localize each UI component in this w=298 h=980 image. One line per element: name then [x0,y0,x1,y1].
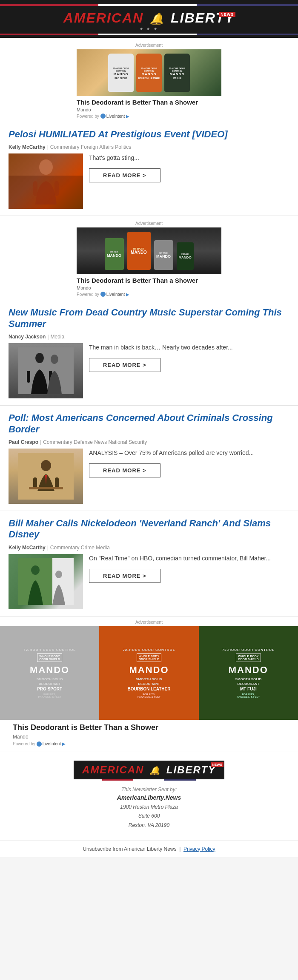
logo-bell-icon: 🔔 [150,12,164,25]
large-ad-source: Mando [0,733,298,741]
liveintent-logo-2: LiveIntent [100,292,125,297]
lmc-desc-1b: DEODORANT [39,682,61,686]
svg-point-16 [31,565,40,575]
lmc-control-1: 72-HOUR ODOR CONTROL [23,648,76,652]
read-more-button-3[interactable]: READ MORE > [89,463,160,477]
svg-rect-5 [27,371,30,383]
article-thumb-4 [9,554,83,609]
liveintent-logo-3: LiveIntent [37,741,61,747]
article-title-4[interactable]: Bill Maher Calls Nickelodeon 'Neverland … [9,518,289,540]
flag-bar-bottom [0,34,298,35]
article-block-3: Poll: Most Americans Concerned About Cri… [0,406,298,511]
page-wrapper: AMERICAN 🔔 LIBERTY NEWS ★ ★ ★ Advertisem… [0,0,298,857]
ad-image-container-2[interactable]: MT PRO MANDO MT SPORT MANDO MT FUJI MAND… [0,227,298,274]
ad-label-2: Advertisement [0,219,298,227]
large-ad-powered: Powered by LiveIntent ▶ [0,741,298,750]
large-mando-can-orange: 72-HOUR ODOR CONTROL WHOLE BODYODOR SHIE… [99,626,198,720]
liveintent-icon-1 [100,114,106,119]
powered-by-text-3: Powered by [13,741,35,746]
large-ad-image[interactable]: 72-HOUR ODOR CONTROL WHOLE BODYODOR SHIE… [0,626,298,720]
lmc-note-3: FOR PITS,PAKAGES, & FEET [237,693,260,698]
mando-can-orange: 72-HOUR ODOR CONTROL MANDO BOURBON LEATH… [136,54,162,92]
logo-news-tag: NEWS [219,12,235,17]
liveintent-icon-3 [37,741,42,747]
svg-rect-1 [33,181,37,196]
article-excerpt-1: That's gotta sting... [89,153,289,162]
lmc-control-3: 72-HOUR ODOR CONTROL [222,648,275,652]
meta-divider-2: | [47,334,49,340]
border-silhouette [18,453,74,500]
lmc-type-3: MT FUJI [240,687,257,691]
ad-image-2: MT PRO MANDO MT SPORT MANDO MT FUJI MAND… [77,227,221,274]
pelosi-silhouette [29,158,63,205]
mando-can-dark: 72-HOUR ODOR CONTROL MANDO MT FUJI [164,54,190,92]
ad-powered-1: Powered by LiveIntent ▶ [0,113,298,120]
liveintent-logo-1: LiveIntent [100,114,125,119]
lmc-control-2: 72-HOUR ODOR CONTROL [123,648,175,652]
lmc-note-1: FOR PITS,PAKAGES, & FEET [38,693,61,698]
can-brand-label: MANDO [169,72,184,76]
privacy-policy-link[interactable]: Privacy Policy [183,846,215,852]
ad-image-container-1[interactable]: 72-HOUR ODOR CONTROL MANDO PRO SPORT 72-… [0,49,298,96]
ad-arrow-1[interactable]: ▶ [126,114,129,119]
article-title-2[interactable]: New Music From Dead Country Music Supers… [9,307,289,330]
read-more-button-2[interactable]: READ MORE > [89,358,160,372]
svg-point-7 [51,355,58,364]
ad-caption-1: This Deodorant is Better Than a Shower [0,96,298,107]
newsletter-address: 1900 Reston Metro Plaza Suite 600 Reston… [0,803,298,830]
svg-rect-10 [33,477,37,488]
ad-block-2: Advertisement MT PRO MANDO MT SPORT MAND… [0,216,298,300]
ad-label-3: Advertisement [0,618,298,626]
bill-silhouette [18,558,74,605]
svg-point-4 [35,353,44,363]
ad-image-1: 72-HOUR ODOR CONTROL MANDO PRO SPORT 72-… [77,49,221,96]
article-categories-4: Commentary Crime Media [50,545,110,551]
article-categories-2: Media [51,334,65,340]
svg-point-17 [55,571,62,578]
lmc-badge-2: WHOLE BODYODOR SHIELD [137,653,162,662]
meta-divider-4: | [47,545,49,551]
lmc-desc-2b: DEODORANT [138,682,160,686]
article-author-3: Paul Crespo [9,439,38,445]
logo-subtitle: ★ ★ ★ [0,27,298,31]
lmc-brand-2: MANDO [129,665,169,676]
article-categories-1: Commentary Foreign Affairs Politics [50,144,132,150]
newsletter-info: This Newsletter Sent by: AmericanLiberty… [0,781,298,833]
article-thumb-1 [9,153,83,209]
lmc-type-1: PRO SPORT [37,687,62,691]
read-more-button-1[interactable]: READ MORE > [89,168,160,182]
lmc-desc-1: SMOOTH SOLID [37,677,63,681]
lmc-desc-3: SMOOTH SOLID [235,677,261,681]
ad-source-1: Mando [0,107,298,113]
mando-can-white: 72-HOUR ODOR CONTROL MANDO PRO SPORT [108,54,134,92]
powered-by-text-1: Powered by [77,114,99,119]
can-type-label: PRO SPORT [115,77,127,80]
svg-point-9 [41,460,51,471]
lmc-badge-1: WHOLE BODYODOR SHIELD [37,653,62,662]
article-title-3[interactable]: Poll: Most Americans Concerned About Cri… [9,412,289,435]
lmc-note-2: FOR PITS,PAKAGES, & FEET [138,693,160,698]
can-control-label: 72-HOUR ODOR CONTROL [137,67,161,72]
address-line3: Reston, VA 20190 [129,822,169,828]
article-title-1[interactable]: Pelosi HUMILIATED At Prestigious Event [… [9,129,289,140]
unsubscribe-text: Unsubscribe from American Liberty News [83,846,176,852]
ad-arrow-3[interactable]: ▶ [62,741,66,746]
address-line2: Suite 600 [138,813,160,819]
article-body-4: On "Real Time" on HBO, comedian turned c… [9,554,289,609]
article-body-2: The man in black is back… Nearly two dec… [9,343,289,398]
ad-arrow-2[interactable]: ▶ [126,292,129,297]
svg-point-0 [39,159,53,175]
article-block-1: Pelosi HUMILIATED At Prestigious Event [… [0,122,298,216]
ad-caption-2: This Deodorant is Better Than a Shower [0,274,298,285]
read-more-button-4[interactable]: READ MORE > [89,569,160,583]
footer-logo-container: AMERICAN 🔔 LIBERTY NEWS [74,761,224,779]
article-content-3: ANALYSIS – Over 75% of Americans polled … [89,449,289,504]
site-header: AMERICAN 🔔 LIBERTY NEWS ★ ★ ★ [0,0,298,38]
article-author-1: Kelly McCarthy [9,144,46,150]
ad-source-2: Mando [0,285,298,291]
article-excerpt-3: ANALYSIS – Over 75% of Americans polled … [89,449,289,457]
article-content-1: That's gotta sting... READ MORE > [89,153,289,209]
article-thumb-2 [9,343,83,398]
can-brand-label: MANDO [141,72,156,76]
large-ad-caption: This Deodorant is Better Than a Shower [0,720,298,733]
